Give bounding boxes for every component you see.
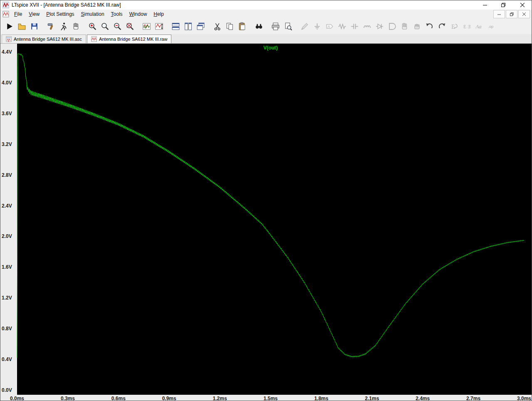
menu-plot-settings[interactable]: Plot Settings xyxy=(43,10,77,18)
draghand-icon xyxy=(413,22,421,31)
zoom-full-extents-button[interactable] xyxy=(124,21,135,32)
rotate-button: E xyxy=(449,21,460,32)
undo-button[interactable] xyxy=(424,21,435,32)
tile-vertical-button[interactable] xyxy=(183,21,193,32)
menu-simulation[interactable]: Simulation xyxy=(78,10,108,18)
mdi-minimize-button[interactable] xyxy=(493,10,505,18)
y-axis-label[interactable]: 1.6V xyxy=(2,264,12,270)
restore-icon xyxy=(501,3,506,7)
print-icon xyxy=(271,22,280,31)
x-axis-label[interactable]: 1.8ms xyxy=(314,396,328,401)
textAa-icon: Aa xyxy=(475,22,484,31)
copy-button[interactable] xyxy=(224,21,235,32)
rotate-icon: E xyxy=(450,22,459,31)
hammer-icon xyxy=(47,22,55,31)
print-preview-button[interactable] xyxy=(282,21,293,32)
x-axis-label[interactable]: 0.3ms xyxy=(61,396,75,401)
runner-icon xyxy=(59,22,68,31)
window-title: LTspice XVII - [Antenna Bridge SA612 MK … xyxy=(12,2,121,8)
svg-text:Aa: Aa xyxy=(475,24,481,30)
x-axis-label[interactable]: 2.1ms xyxy=(365,396,379,401)
zoom-out-button[interactable] xyxy=(112,21,123,32)
plot-area[interactable] xyxy=(17,44,532,395)
open-button[interactable] xyxy=(16,21,27,32)
find-button[interactable] xyxy=(253,21,264,32)
y-axis-label[interactable]: 4.0V xyxy=(2,80,12,86)
ltspice-app-icon xyxy=(2,2,9,8)
y-axis-label[interactable]: 0.8V xyxy=(2,326,12,332)
diode-button xyxy=(374,21,385,32)
tab-schematic-asc[interactable]: Antenna Bridge SA612 MK III.asc xyxy=(2,35,86,43)
net-label-button: A xyxy=(324,21,335,32)
cut-button[interactable] xyxy=(212,21,223,32)
y-axis-label[interactable]: 4.4V xyxy=(2,49,12,55)
close-icon xyxy=(520,3,525,7)
plot-settings-button[interactable] xyxy=(141,21,152,32)
y-axis-label[interactable]: 2.0V xyxy=(2,233,12,239)
y-axis-label[interactable]: 3.6V xyxy=(2,111,12,116)
x-axis-label[interactable]: 2.4ms xyxy=(416,396,430,401)
print-button[interactable] xyxy=(270,21,281,32)
restore-button[interactable] xyxy=(494,0,513,10)
save-button[interactable] xyxy=(29,21,40,32)
waveform-document-icon[interactable] xyxy=(2,11,9,17)
spice-directive-button: .op xyxy=(486,21,497,32)
x-axis-label[interactable]: 0.9ms xyxy=(162,396,176,401)
control-panel-button[interactable] xyxy=(45,21,56,32)
run-button[interactable] xyxy=(4,21,15,32)
waveform-file-icon xyxy=(91,36,97,42)
paste-button[interactable] xyxy=(237,21,247,32)
undo-icon xyxy=(425,22,434,31)
redo-button[interactable] xyxy=(436,21,447,32)
hand-icon xyxy=(72,22,80,31)
y-axis-label[interactable]: 2.8V xyxy=(2,172,12,178)
mdi-close-button[interactable] xyxy=(518,10,530,18)
pencil-icon xyxy=(300,22,309,31)
menu-window[interactable]: Window xyxy=(126,10,151,18)
x-axis-label[interactable]: 3.0ms xyxy=(517,396,531,401)
plot-svg: V(out)0.0V0.4V0.8V1.2V1.6V2.0V2.4V2.8V3.… xyxy=(0,44,532,401)
floppy-icon xyxy=(30,22,39,31)
x-axis-label[interactable]: 1.5ms xyxy=(263,396,277,401)
menu-file[interactable]: File xyxy=(11,10,25,18)
autorange-y-button[interactable] xyxy=(153,21,164,32)
mdi-minimize-icon xyxy=(497,12,501,16)
trace-legend-vout[interactable]: V(out) xyxy=(263,45,278,51)
zoomout-icon xyxy=(113,22,122,31)
halt-button[interactable] xyxy=(70,21,81,32)
capacitor-icon xyxy=(350,22,359,31)
cascade-icon xyxy=(196,22,205,31)
minimize-icon xyxy=(483,3,487,7)
run-simulation-button[interactable] xyxy=(58,21,69,32)
menu-tools[interactable]: Tools xyxy=(108,10,126,18)
tab-label: Antenna Bridge SA612 MK III.asc xyxy=(14,37,82,42)
x-axis-label[interactable]: 1.2ms xyxy=(213,396,227,401)
cascade-windows-button[interactable] xyxy=(195,21,206,32)
zoom-in-button[interactable] xyxy=(87,21,98,32)
y-axis-label[interactable]: 0.4V xyxy=(2,356,12,362)
mdi-restore-icon xyxy=(510,12,514,16)
mdi-restore-button[interactable] xyxy=(506,10,517,18)
menu-help[interactable]: Help xyxy=(150,10,167,18)
minimize-button[interactable] xyxy=(475,0,494,10)
mdi-close-icon xyxy=(522,12,526,16)
x-axis-label[interactable]: 0.0ms xyxy=(10,396,24,401)
close-button[interactable] xyxy=(513,0,532,10)
y-axis-label[interactable]: 1.2V xyxy=(2,295,12,301)
label-icon: A xyxy=(325,22,334,31)
mirror-button: EE xyxy=(461,21,472,32)
menu-view[interactable]: View xyxy=(25,10,43,18)
paste-icon xyxy=(238,22,247,31)
tile-horizontal-button[interactable] xyxy=(170,21,181,32)
preview-icon xyxy=(284,22,292,31)
zoom-back-button[interactable] xyxy=(99,21,110,32)
tab-waveform-raw[interactable]: Antenna Bridge SA612 MK III.raw xyxy=(87,35,171,43)
mirror-icon: EE xyxy=(463,22,471,31)
y-axis-label[interactable]: 0.0V xyxy=(2,387,12,393)
x-axis-label[interactable]: 0.6ms xyxy=(111,396,126,401)
y-axis-label[interactable]: 2.4V xyxy=(2,203,12,209)
ground-button xyxy=(312,21,322,32)
x-axis-label[interactable]: 2.7ms xyxy=(466,396,480,401)
y-axis-label[interactable]: 3.2V xyxy=(2,141,12,147)
inductor-icon xyxy=(363,22,371,31)
